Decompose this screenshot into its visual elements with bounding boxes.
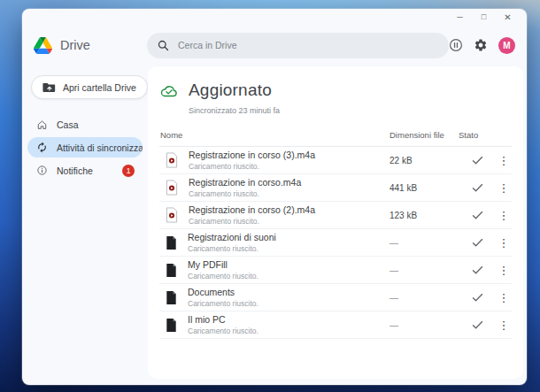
generic-file-icon: [166, 290, 177, 305]
drive-app-window: ─ □ ✕ Drive: [22, 9, 527, 385]
file-size: 441 kB: [390, 183, 459, 193]
generic-file-icon: [166, 318, 177, 333]
sync-check-icon: [472, 320, 483, 330]
sync-icon: [35, 142, 48, 153]
settings-gear-icon[interactable]: [474, 38, 488, 52]
row-menu-kebab-icon[interactable]: ⋮: [496, 210, 512, 221]
brand: Drive: [34, 37, 147, 54]
sync-check-icon: [472, 293, 483, 303]
close-button[interactable]: ✕: [496, 9, 520, 26]
window-body: Apri cartella Drive Casa: [22, 65, 527, 385]
table-row[interactable]: Documents Caricamento riuscito. — ⋮: [159, 284, 512, 311]
row-menu-kebab-icon[interactable]: ⋮: [496, 182, 512, 194]
sidebar-item-label: Attività di sincronizzazio...: [57, 142, 143, 153]
file-status-text: Caricamento riuscito.: [189, 189, 301, 198]
file-name: Registrazioni di suoni: [188, 232, 276, 243]
file-size: 123 kB: [390, 211, 459, 220]
file-status-text: Caricamento riuscito.: [189, 162, 315, 171]
file-name-cell: Registrazioni di suoni Caricamento riusc…: [159, 232, 390, 253]
audio-file-icon: [166, 152, 178, 168]
file-status-text: Caricamento riuscito.: [188, 244, 276, 253]
sync-status-header: Aggiornato: [159, 81, 512, 100]
file-name: Documents: [188, 287, 258, 298]
file-size: 22 kB: [390, 156, 459, 165]
row-menu-kebab-icon[interactable]: ⋮: [496, 265, 512, 276]
sidebar-nav: Casa Attività di sincronizzazio...: [22, 114, 148, 181]
maximize-button[interactable]: □: [472, 9, 496, 26]
sidebar: Apri cartella Drive Casa: [22, 65, 148, 385]
table-row[interactable]: Registrazione in corso (3).m4a Caricamen…: [159, 147, 512, 174]
sync-check-icon: [472, 238, 483, 248]
row-menu-kebab-icon[interactable]: ⋮: [496, 155, 512, 166]
cloud-done-icon: [159, 82, 179, 98]
pause-sync-icon[interactable]: [449, 38, 463, 52]
sync-status-subtitle: Sincronizzato 23 minuti fa: [189, 106, 512, 115]
account-avatar[interactable]: M: [498, 37, 515, 54]
sidebar-item-notifiche[interactable]: Notifiche 1: [27, 160, 143, 181]
file-size: —: [390, 320, 459, 330]
window-titlebar: ─ □ ✕: [22, 9, 527, 26]
file-name-cell: Registrazione in corso.m4a Caricamento r…: [159, 177, 390, 198]
row-menu-kebab-icon[interactable]: ⋮: [496, 292, 512, 304]
row-menu-kebab-icon[interactable]: ⋮: [496, 319, 512, 331]
file-name-cell: My PDFill Caricamento riuscito.: [159, 259, 390, 281]
column-header-nome: Nome: [159, 130, 390, 140]
sync-check-icon: [472, 183, 483, 193]
column-header-dimensioni: Dimensioni file: [390, 130, 459, 140]
file-name-cell: Registrazione in corso (3).m4a Caricamen…: [159, 150, 390, 171]
search-icon: [158, 40, 169, 51]
folder-open-icon: [42, 81, 56, 93]
header-actions: M: [449, 37, 515, 54]
file-status-text: Caricamento riuscito.: [188, 327, 258, 335]
file-name: Registrazione in corso (3).m4a: [189, 150, 315, 161]
file-name: Registrazione in corso.m4a: [189, 177, 301, 188]
file-status-text: Caricamento riuscito.: [188, 272, 258, 281]
table-row[interactable]: Registrazione in corso.m4a Caricamento r…: [159, 174, 512, 202]
file-size: —: [390, 238, 459, 248]
minimize-button[interactable]: ─: [448, 9, 472, 26]
desktop-wallpaper: ─ □ ✕ Drive: [0, 0, 540, 392]
app-title: Drive: [60, 38, 90, 52]
sync-status-title: Aggiornato: [189, 81, 272, 100]
file-status-text: Caricamento riuscito.: [188, 299, 258, 308]
drive-logo-icon: [34, 37, 52, 54]
sidebar-item-label: Casa: [57, 119, 79, 130]
row-menu-kebab-icon[interactable]: ⋮: [496, 237, 512, 249]
table-row[interactable]: Registrazioni di suoni Caricamento riusc…: [159, 229, 512, 257]
column-header-stato: Stato: [459, 130, 496, 140]
file-name-cell: Il mio PC Caricamento riuscito.: [159, 314, 390, 335]
search-placeholder: Cerca in Drive: [178, 40, 237, 50]
sync-check-icon: [472, 156, 483, 165]
file-name-cell: Documents Caricamento riuscito.: [159, 287, 390, 308]
sync-check-icon: [472, 265, 483, 275]
sync-check-icon: [472, 211, 483, 220]
home-icon: [35, 119, 48, 130]
sync-activity-panel: Aggiornato Sincronizzato 23 minuti fa No…: [148, 66, 523, 379]
notification-badge: 1: [122, 165, 135, 177]
table-header: Nome Dimensioni file Stato: [159, 123, 512, 147]
open-drive-folder-label: Apri cartella Drive: [63, 82, 136, 93]
search-input[interactable]: Cerca in Drive: [147, 33, 449, 58]
generic-file-icon: [166, 263, 177, 278]
open-drive-folder-button[interactable]: Apri cartella Drive: [31, 75, 148, 99]
file-size: —: [390, 265, 459, 275]
table-row[interactable]: Registrazione in corso (2).m4a Caricamen…: [159, 202, 512, 229]
generic-file-icon: [166, 235, 177, 250]
sidebar-item-label: Notifiche: [57, 165, 93, 176]
audio-file-icon: [166, 207, 178, 223]
info-icon: [35, 165, 48, 176]
sidebar-item-sync-activity[interactable]: Attività di sincronizzazio...: [27, 137, 143, 158]
file-name: Registrazione in corso (2).m4a: [189, 204, 315, 216]
file-name: My PDFill: [188, 259, 258, 271]
file-size: —: [390, 293, 459, 303]
app-header: Drive Cerca in Drive: [22, 26, 527, 65]
file-name: Il mio PC: [188, 314, 258, 326]
file-status-text: Caricamento riuscito.: [189, 217, 315, 226]
table-row[interactable]: My PDFill Caricamento riuscito. — ⋮: [159, 257, 512, 284]
file-list: Registrazione in corso (3).m4a Caricamen…: [159, 147, 512, 379]
file-name-cell: Registrazione in corso (2).m4a Caricamen…: [159, 204, 390, 226]
table-row[interactable]: Il mio PC Caricamento riuscito. — ⋮: [159, 311, 512, 339]
audio-file-icon: [166, 180, 178, 196]
sidebar-item-casa[interactable]: Casa: [27, 114, 143, 135]
